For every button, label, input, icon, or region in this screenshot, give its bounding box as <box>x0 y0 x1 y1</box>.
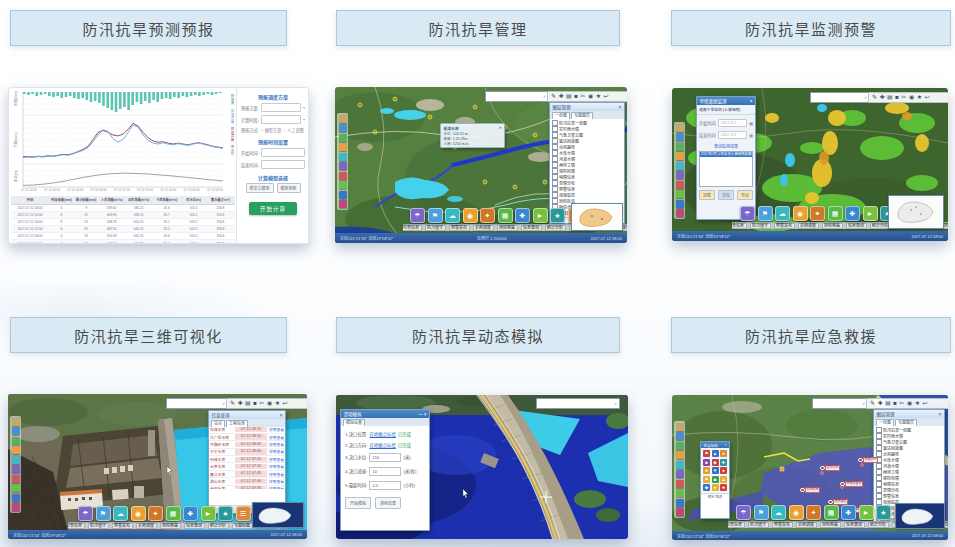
map-tool-icon[interactable]: ▤ <box>887 93 893 102</box>
plot-symbol[interactable]: ● <box>720 467 727 474</box>
plot-symbol[interactable]: ● <box>720 450 727 457</box>
tool-icon[interactable] <box>676 480 684 488</box>
tool-icon[interactable] <box>676 209 684 217</box>
tool-icon[interactable] <box>676 461 684 469</box>
dock-app-icon[interactable]: ☂ <box>78 506 93 521</box>
map-tool-icon[interactable]: ◉ <box>588 92 593 101</box>
map-tool-icon[interactable]: ↩ <box>925 93 930 102</box>
dock-label[interactable]: 信息查询 <box>184 523 205 529</box>
plot-symbol[interactable]: ◆ <box>712 459 719 466</box>
dock-app-icon[interactable]: ⚑ <box>758 206 773 221</box>
close-icon[interactable]: × <box>499 126 501 131</box>
dock-label[interactable]: 信息查询 <box>846 223 867 229</box>
plot-symbol[interactable]: ★ <box>720 484 727 491</box>
map-tool-icon[interactable]: ◉ <box>909 93 914 102</box>
layer-checkbox[interactable] <box>876 463 882 469</box>
map-tool-icon[interactable]: ▤ <box>885 399 891 408</box>
layer-checkbox[interactable] <box>552 144 558 150</box>
tool-icon[interactable] <box>12 484 20 492</box>
tool-icon[interactable] <box>676 181 684 189</box>
incident-marker-icon[interactable] <box>840 482 845 487</box>
dock-app-icon[interactable]: ✦ <box>810 206 825 221</box>
map-tool-icon[interactable]: ★ <box>596 92 601 101</box>
tool-icon[interactable] <box>339 181 347 189</box>
layer-checkbox[interactable] <box>876 493 882 499</box>
dock-app-icon[interactable]: ◉ <box>131 506 146 521</box>
calendar-icon[interactable]: ▦ <box>749 133 753 138</box>
dock-label[interactable]: 防汛值守 <box>425 225 446 231</box>
water-level-input[interactable]: 150 <box>369 453 401 462</box>
map-tool-icon[interactable]: ✎ <box>872 93 877 102</box>
model-button[interactable]: 新安江模型 <box>246 183 274 193</box>
map-tool-icon[interactable]: ★ <box>915 399 920 408</box>
tab-thematic[interactable]: 专题图层 <box>571 112 593 119</box>
plot-symbol[interactable]: ■ <box>703 459 710 466</box>
map-tool-icon[interactable]: ✚ <box>878 399 883 408</box>
radio-model[interactable]: ○ 模型方案 <box>261 127 281 133</box>
dock-app-icon[interactable]: ☁ <box>771 505 786 520</box>
tool-icon[interactable] <box>339 143 347 151</box>
dock-app-icon[interactable]: ☂ <box>736 505 751 520</box>
tool-icon[interactable] <box>676 143 684 151</box>
plot-symbol[interactable]: ◆ <box>703 484 710 491</box>
dock-label[interactable]: 会商调度 <box>796 522 817 528</box>
dock-label[interactable]: 综合信息 <box>732 223 747 229</box>
tool-icon[interactable] <box>12 437 20 445</box>
start-simulation-button[interactable]: 开始模拟 <box>345 497 371 509</box>
overview-inset-map[interactable] <box>571 203 623 231</box>
dock-app-icon[interactable]: ▦ <box>498 208 513 223</box>
map-tool-icon[interactable]: ■ <box>253 399 257 408</box>
end-time-input[interactable] <box>261 160 305 169</box>
selected-result-item[interactable]: 2017年3月上旬全省土壤墒情遥感监测成果 <box>700 152 752 157</box>
overview-inset-map[interactable] <box>252 502 304 528</box>
plot-symbol[interactable]: ▲ <box>712 450 719 457</box>
radio-manual[interactable]: ○ 人工调整 <box>283 127 303 133</box>
tool-icon[interactable] <box>339 172 347 180</box>
dock-label[interactable]: 会商调度 <box>798 223 819 229</box>
table-row[interactable]: 2017-07-12 07:00629667.92640.2526.2103.2… <box>11 226 235 233</box>
details-link[interactable]: 详情查看 <box>268 486 284 488</box>
tool-icon[interactable] <box>339 200 347 208</box>
map-tool-icon[interactable]: ✚ <box>559 92 564 101</box>
map-tool-icon[interactable]: ✚ <box>238 399 243 408</box>
tab-stations[interactable]: 站点 <box>211 420 225 427</box>
plot-symbol[interactable]: ⚑ <box>703 476 710 483</box>
dock-app-icon[interactable]: ☂ <box>410 208 425 223</box>
tool-icon[interactable] <box>339 134 347 142</box>
map-tool-icon[interactable]: ✂ <box>259 399 264 408</box>
map-tool-icon[interactable]: ✎ <box>551 92 556 101</box>
details-link[interactable]: 详情查看 <box>268 442 284 447</box>
close-icon[interactable]: × <box>424 412 427 417</box>
dock-label[interactable]: 统计分析 <box>545 225 566 231</box>
tool-icon[interactable] <box>676 470 684 478</box>
dock-label[interactable]: 统计分析 <box>208 523 229 529</box>
map-tool-icon[interactable]: ■ <box>895 93 899 102</box>
tool-icon[interactable] <box>12 494 20 502</box>
close-icon[interactable]: × <box>939 412 942 417</box>
map-tool-icon[interactable]: ▤ <box>566 92 572 101</box>
params-button[interactable]: 模型参数 <box>277 183 301 193</box>
details-link[interactable]: 详情查看 <box>268 479 284 484</box>
start-time-input[interactable] <box>261 148 305 157</box>
tool-icon[interactable] <box>339 115 347 123</box>
query-results-link[interactable]: 查询监测成果 <box>697 143 755 149</box>
tool-icon[interactable] <box>676 451 684 459</box>
overview-inset-map[interactable] <box>888 195 944 229</box>
dock-label[interactable]: 信息查询 <box>844 522 865 528</box>
tab-projects[interactable]: 工程信息 <box>226 420 248 427</box>
layer-checkbox[interactable] <box>876 487 882 493</box>
dock-label[interactable]: 综合信息 <box>403 225 422 231</box>
dock-label[interactable]: 预警发布 <box>449 225 470 231</box>
incident-marker-icon[interactable] <box>858 458 863 463</box>
layer-checkbox[interactable] <box>876 475 882 481</box>
details-link[interactable]: 详情查看 <box>268 457 284 462</box>
dock-label[interactable]: 综合信息 <box>68 523 85 529</box>
map-tool-icon[interactable]: ★ <box>917 93 922 102</box>
dock-label[interactable]: 专题制图 <box>232 523 253 529</box>
plot-symbol[interactable]: ⚑ <box>703 450 710 457</box>
layer-checkbox[interactable] <box>552 186 558 192</box>
layer-checkbox[interactable] <box>876 445 882 451</box>
end-date-input[interactable]: 2017-3-9 <box>718 131 747 139</box>
start-calculation-button[interactable]: 开始计算 <box>249 202 297 215</box>
tool-icon[interactable] <box>12 503 20 511</box>
